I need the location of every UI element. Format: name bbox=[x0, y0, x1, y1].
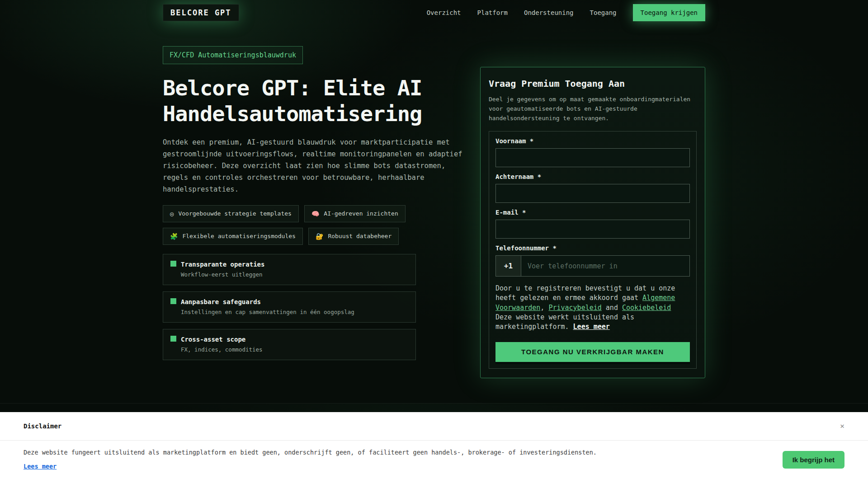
accept-disclaimer-button[interactable]: Ik begrijp het bbox=[783, 451, 844, 469]
puzzle-icon: 🧩 bbox=[170, 233, 178, 240]
nav-link-toegang[interactable]: Toegang bbox=[590, 9, 617, 16]
legal-sep: , bbox=[540, 304, 548, 312]
chip-data-management: 🔐 Robuust databeheer bbox=[308, 228, 399, 245]
last-name-label: Achternaam * bbox=[495, 173, 690, 180]
disclaimer-read-more-link[interactable]: Lees meer bbox=[24, 463, 57, 470]
form-fieldset: Voornaam * Achternaam * E-mail * Telefoo… bbox=[489, 131, 697, 368]
feature-chips: ◎ Voorgebouwde strategie templates 🧠 AI-… bbox=[163, 205, 434, 245]
disclaimer-panel: Disclaimer ✕ Deze website fungeert uitsl… bbox=[0, 412, 868, 488]
feature-card-transparent-ops: Transparante operaties Workflow-eerst ui… bbox=[163, 254, 416, 285]
form-title: Vraag Premium Toegang Aan bbox=[489, 78, 697, 89]
cookies-link[interactable]: Cookiebeleid bbox=[622, 304, 671, 312]
close-icon[interactable]: ✕ bbox=[840, 422, 844, 430]
green-square-icon bbox=[170, 298, 176, 304]
privacy-link[interactable]: Privacybeleid bbox=[548, 304, 601, 312]
submit-access-button[interactable]: TOEGANG NU VERKRIJGBAR MAKEN bbox=[495, 342, 690, 362]
chip-label: Voorgebouwde strategie templates bbox=[178, 210, 291, 217]
hero-section: FX/CFD Automatiseringsblauwdruk Belcore … bbox=[163, 25, 705, 378]
hero-description: Ontdek een premium, AI-gestuurd blauwdru… bbox=[163, 136, 463, 195]
legal-sep: and bbox=[602, 304, 622, 312]
premium-access-form-card: Vraag Premium Toegang Aan Deel je gegeve… bbox=[480, 67, 705, 378]
page-title: Belcore GPT: Elite AI Handelsautomatiser… bbox=[163, 75, 461, 127]
feature-subtitle: FX, indices, commodities bbox=[181, 346, 408, 353]
first-name-label: Voornaam * bbox=[495, 137, 690, 145]
feature-subtitle: Instellingen en cap samenvattingen in éé… bbox=[181, 309, 408, 315]
chip-label: AI-gedreven inzichten bbox=[324, 210, 398, 217]
target-icon: ◎ bbox=[170, 210, 174, 217]
top-nav-bar: BELCORE GPT Overzicht Platform Ondersteu… bbox=[0, 0, 868, 25]
feature-card-safeguards: Aanpasbare safeguards Instellingen en ca… bbox=[163, 291, 416, 323]
disclaimer-title: Disclaimer bbox=[24, 422, 61, 430]
phone-input[interactable] bbox=[521, 256, 689, 276]
feature-card-list: Transparante operaties Workflow-eerst ui… bbox=[163, 254, 416, 360]
legal-part2: Deze website werkt uitsluitend als marke… bbox=[495, 313, 634, 331]
feature-title: Transparante operaties bbox=[181, 261, 264, 268]
main-nav: Overzicht Platform Ondersteuning Toegang… bbox=[427, 4, 705, 21]
green-square-icon bbox=[170, 336, 176, 342]
chip-ai-insights: 🧠 AI-gedreven inzichten bbox=[304, 205, 406, 222]
nav-link-overzicht[interactable]: Overzicht bbox=[427, 9, 461, 16]
feature-subtitle: Workflow-eerst uitleggen bbox=[181, 271, 408, 278]
disclaimer-body: Deze website fungeert uitsluitend als ma… bbox=[24, 449, 764, 456]
chip-strategy-templates: ◎ Voorgebouwde strategie templates bbox=[163, 205, 299, 222]
legal-read-more-link[interactable]: Lees meer bbox=[573, 323, 610, 331]
first-name-input[interactable] bbox=[495, 148, 690, 167]
email-input[interactable] bbox=[495, 220, 690, 239]
phone-input-group: +1 bbox=[495, 255, 690, 277]
feature-title: Aanpasbare safeguards bbox=[181, 298, 261, 305]
phone-label: Telefoonnummer * bbox=[495, 244, 690, 252]
brain-icon: 🧠 bbox=[311, 210, 319, 217]
feature-card-cross-asset: Cross-asset scope FX, indices, commoditi… bbox=[163, 329, 416, 360]
legal-text: Door u te registreren bevestigt u dat u … bbox=[495, 284, 690, 332]
form-subtitle: Deel je gegevens om op maat gemaakte onb… bbox=[489, 94, 697, 123]
lock-icon: 🔐 bbox=[316, 233, 323, 240]
get-access-button[interactable]: Toegang krijgen bbox=[633, 4, 705, 21]
chip-label: Flexibele automatiseringsmodules bbox=[182, 233, 295, 239]
last-name-input[interactable] bbox=[495, 184, 690, 203]
feature-title: Cross-asset scope bbox=[181, 336, 245, 343]
phone-country-prefix[interactable]: +1 bbox=[496, 256, 521, 276]
email-label: E-mail * bbox=[495, 209, 690, 216]
nav-link-ondersteuning[interactable]: Ondersteuning bbox=[524, 9, 574, 16]
chip-automation-modules: 🧩 Flexibele automatiseringsmodules bbox=[163, 228, 303, 245]
nav-link-platform[interactable]: Platform bbox=[477, 9, 508, 16]
hero-badge: FX/CFD Automatiseringsblauwdruk bbox=[163, 46, 303, 64]
green-square-icon bbox=[170, 261, 176, 267]
brand-logo: BELCORE GPT bbox=[163, 4, 239, 21]
chip-label: Robuust databeheer bbox=[328, 233, 392, 239]
